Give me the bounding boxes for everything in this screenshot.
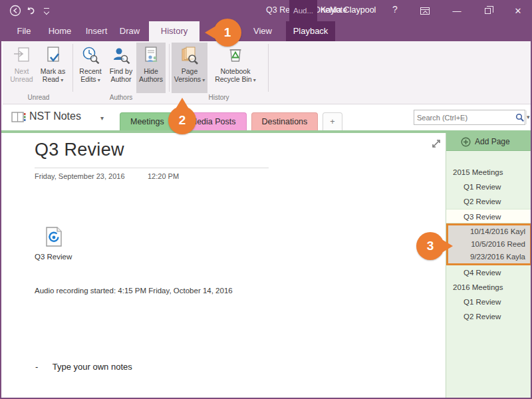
- search-scope-dropdown-icon[interactable]: ▾: [526, 110, 530, 124]
- restore-button[interactable]: [476, 0, 499, 21]
- notebook-dropdown-icon[interactable]: ▾: [100, 114, 104, 122]
- group-divider: [169, 44, 170, 92]
- page-item[interactable]: Q4 Review: [446, 265, 532, 280]
- back-icon[interactable]: [8, 3, 23, 18]
- section-tabs: Meetings Media Posts Destinations +: [120, 112, 347, 130]
- page-version-item[interactable]: 9/23/2016 Kayla: [448, 251, 530, 263]
- ribbon: Next Unread Mark as Read Unread: [3, 41, 532, 104]
- notebook-icon: [11, 111, 26, 126]
- page-date: Friday, September 23, 2016: [35, 172, 125, 180]
- mark-as-read-button[interactable]: Mark as Read: [37, 43, 69, 93]
- callout-step-3: 3: [416, 232, 444, 260]
- group-label-unread: Unread: [7, 93, 70, 104]
- callout-number: 2: [179, 113, 186, 128]
- title-underline: [35, 168, 269, 168]
- add-page-label: Add Page: [475, 137, 510, 146]
- audio-attachment-label: Q3 Review: [35, 253, 72, 261]
- ribbon-tab-row: File Home Insert Draw History View Playb…: [1, 21, 531, 41]
- quick-access-toolbar-icon[interactable]: [39, 3, 54, 18]
- recycle-bin-icon: [226, 45, 245, 67]
- callout-number: 1: [224, 25, 231, 40]
- tab-home[interactable]: Home: [41, 21, 78, 41]
- group-divider: [268, 44, 269, 92]
- recent-edits-button[interactable]: Recent Edits: [75, 43, 106, 93]
- plus-circle-icon: [461, 137, 471, 147]
- page-title[interactable]: Q3 Review: [35, 140, 124, 160]
- undo-icon[interactable]: [23, 3, 38, 18]
- add-section-tab[interactable]: +: [323, 112, 342, 130]
- help-button[interactable]: ?: [388, 4, 402, 15]
- callout-number: 3: [427, 239, 434, 253]
- page-group-2016-meetings[interactable]: 2016 Meetings: [446, 280, 532, 295]
- hide-authors-button[interactable]: Hide Authors: [136, 43, 166, 93]
- page-item[interactable]: Q2 Review: [446, 309, 532, 324]
- title-bar: Q3 Review - OneNote Aud... Kayla Claypoo…: [1, 0, 531, 21]
- page-version-item[interactable]: 10/5/2016 Reed: [448, 238, 530, 251]
- find-by-author-icon: [111, 45, 131, 67]
- tab-draw[interactable]: Draw: [113, 21, 146, 41]
- page-version-item[interactable]: 10/14/2016 Kayl: [448, 225, 530, 238]
- page-list-sidebar: Add Page 2015 Meetings Q1 Review Q2 Revi…: [446, 133, 532, 398]
- page-canvas: Q3 Review Friday, September 23, 2016 12:…: [3, 133, 446, 398]
- add-page-button[interactable]: Add Page: [446, 133, 532, 151]
- audio-attachment-icon[interactable]: [44, 226, 64, 250]
- callout-pointer: [443, 240, 453, 252]
- account-user-name[interactable]: Kayla Claypool: [321, 5, 376, 15]
- page-group-2015-meetings[interactable]: 2015 Meetings: [446, 165, 532, 180]
- page-versions-icon: [180, 45, 200, 67]
- section-tab-meetings[interactable]: Meetings: [120, 112, 175, 130]
- tab-file[interactable]: File: [9, 21, 39, 41]
- notebook-recycle-bin-button[interactable]: Notebook Recycle Bin: [207, 43, 263, 93]
- page-versions-highlight-box: 10/14/2016 Kayl 10/5/2016 Reed 9/23/2016…: [446, 223, 532, 265]
- next-unread-icon: [13, 45, 31, 67]
- callout-pointer: [205, 27, 215, 39]
- tab-playback[interactable]: Playback: [286, 21, 335, 41]
- recent-edits-icon: [80, 45, 100, 67]
- section-tab-destinations[interactable]: Destinations: [251, 112, 319, 130]
- ribbon-display-options-icon[interactable]: [414, 0, 436, 21]
- page-versions-button[interactable]: Page Versions: [172, 43, 207, 93]
- find-by-author-button[interactable]: Find by Author: [106, 43, 136, 93]
- onenote-window: Q3 Review - OneNote Aud... Kayla Claypoo…: [0, 0, 532, 399]
- ribbon-group-history: Page Versions Notebook Recycle Bin Histo…: [172, 41, 266, 104]
- notebook-name[interactable]: NST Notes: [29, 110, 81, 122]
- tab-insert[interactable]: Insert: [78, 21, 114, 41]
- group-divider: [72, 44, 73, 92]
- callout-step-1: 1: [213, 19, 241, 47]
- minimize-button[interactable]: —: [446, 0, 468, 21]
- page-item[interactable]: Q2 Review: [446, 194, 532, 209]
- ribbon-group-unread: Next Unread Mark as Read Unread: [7, 41, 70, 104]
- expand-page-icon[interactable]: [431, 138, 442, 149]
- ribbon-group-authors: Recent Edits Find by Author Hide Authors: [75, 41, 167, 104]
- search-input[interactable]: [414, 114, 514, 122]
- page-item[interactable]: Q1 Review: [446, 295, 532, 309]
- audio-status-text: Audio recording started: 4:15 PM Friday,…: [35, 287, 233, 295]
- search-box: ▾: [414, 110, 525, 125]
- page-time: 12:20 PM: [148, 172, 179, 180]
- notebook-bar: NST Notes ▾ Meetings Media Posts Destina…: [3, 105, 532, 130]
- group-label-authors: Authors: [75, 93, 167, 104]
- hide-authors-icon: [142, 45, 160, 67]
- close-button[interactable]: ✕: [507, 0, 529, 21]
- notes-block: - Type your own notes - Time coded, so d…: [27, 332, 237, 399]
- page-item-selected[interactable]: Q3 Review: [446, 209, 532, 223]
- callout-step-2: 2: [168, 106, 196, 134]
- note-line: - Type your own notes: [27, 360, 237, 374]
- callout-pointer: [176, 98, 188, 108]
- next-unread-button[interactable]: Next Unread: [7, 43, 37, 93]
- page-list: 2015 Meetings Q1 Review Q2 Review Q3 Rev…: [446, 165, 532, 324]
- mark-as-read-icon: [44, 45, 63, 67]
- search-icon: [514, 113, 526, 122]
- contextual-tab-group-label: Aud...: [289, 0, 317, 21]
- tab-history[interactable]: History: [149, 21, 200, 41]
- page-item[interactable]: Q1 Review: [446, 180, 532, 194]
- tab-view[interactable]: View: [246, 21, 279, 41]
